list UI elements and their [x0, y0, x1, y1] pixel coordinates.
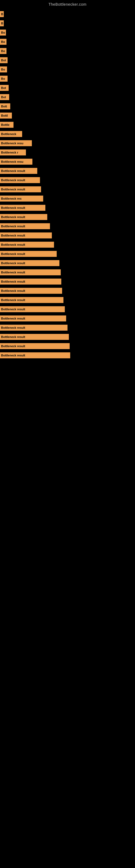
bar-4: Bo [0, 48, 6, 54]
bar-6: Bo [0, 66, 7, 72]
bar-row: Bottleneck result [0, 231, 135, 239]
bar-label-18: Bottleneck result [1, 179, 25, 182]
bar-label-12: Bottle [1, 123, 9, 126]
bar-row: Bottleneck result [0, 324, 135, 332]
bar-row: Bo [0, 66, 135, 73]
bar-label-17: Bottleneck result [1, 169, 25, 173]
bar-label-29: Bottleneck result [1, 280, 25, 283]
bar-34: Bottleneck result [0, 325, 68, 331]
bar-24: Bottleneck result [0, 232, 52, 239]
bar-row: Bottleneck r [0, 149, 135, 156]
bar-label-3: Bo [1, 40, 5, 43]
bar-label-34: Bottleneck result [1, 326, 25, 329]
bar-row: Bottleneck result [0, 287, 135, 294]
bar-19: Bottleneck result [0, 186, 41, 192]
bar-row: Bottleneck result [0, 241, 135, 248]
bar-label-13: Bottleneck [1, 132, 16, 135]
bar-label-31: Bottleneck result [1, 299, 25, 302]
bar-row: Bottleneck res [0, 195, 135, 203]
bar-row: Bottleneck result [0, 269, 135, 276]
bar-7: Bo [0, 76, 8, 82]
bar-row: Bottleneck result [0, 315, 135, 322]
bar-1: B [0, 20, 4, 26]
bar-17: Bottleneck result [0, 168, 37, 174]
bar-label-28: Bottleneck result [1, 271, 25, 274]
bar-label-35: Bottleneck result [1, 335, 25, 339]
bar-row: Bottle [0, 121, 135, 129]
bar-row: Bottleneck resu [0, 140, 135, 147]
bar-label-6: Bo [1, 68, 5, 71]
bar-label-0: B [1, 12, 3, 16]
bar-row: Bottleneck resu [0, 158, 135, 165]
bar-label-25: Bottleneck result [1, 243, 25, 246]
bar-9: Bot [0, 94, 9, 100]
bar-row: B [0, 20, 135, 27]
bar-label-23: Bottleneck result [1, 225, 25, 228]
bar-31: Bottleneck result [0, 297, 63, 303]
bar-label-8: Bot [1, 86, 6, 90]
bar-row: Bottleneck result [0, 278, 135, 285]
bar-row: Bottleneck result [0, 351, 135, 359]
bar-row: Bo [0, 38, 135, 45]
bar-row: Bo [0, 47, 135, 55]
bar-label-21: Bottleneck result [1, 206, 25, 209]
bar-row: Bottl [0, 112, 135, 119]
bar-label-11: Bottl [1, 114, 8, 117]
bar-22: Bottleneck result [0, 214, 47, 220]
bar-row: Bottleneck result [0, 222, 135, 230]
bar-row: Bottleneck result [0, 333, 135, 341]
bar-label-14: Bottleneck resu [1, 142, 24, 145]
bar-29: Bottleneck result [0, 279, 61, 284]
bar-20: Bottleneck res [0, 195, 43, 202]
bar-2: Bo [0, 30, 6, 35]
bar-row: Bo [0, 29, 135, 36]
bar-row: Bottleneck result [0, 213, 135, 221]
bar-27: Bottleneck result [0, 260, 59, 266]
bar-row: Bo [0, 75, 135, 83]
bar-row: Bottleneck result [0, 204, 135, 212]
site-title: TheBottlenecker.com [0, 0, 135, 8]
bar-row: Bottleneck result [0, 259, 135, 267]
bar-label-30: Bottleneck result [1, 289, 25, 292]
bar-row: Bottleneck result [0, 250, 135, 258]
bar-row: Bottleneck result [0, 296, 135, 304]
bar-label-10: Bott [1, 105, 7, 108]
bar-36: Bottleneck result [0, 343, 70, 349]
bar-row: Bottleneck result [0, 167, 135, 175]
bar-row: Bot [0, 84, 135, 92]
bar-label-4: Bo [1, 50, 5, 53]
bar-25: Bottleneck result [0, 242, 54, 248]
bar-label-22: Bottleneck result [1, 215, 25, 219]
bar-26: Bottleneck result [0, 251, 57, 257]
bar-label-19: Bottleneck result [1, 188, 25, 191]
bar-18: Bottleneck result [0, 177, 40, 183]
bar-label-37: Bottleneck result [1, 354, 25, 357]
bar-label-2: Bo [1, 31, 5, 34]
bar-label-9: Bot [1, 95, 6, 99]
bar-row: Bottleneck [0, 130, 135, 138]
bar-5: Bot [0, 57, 8, 63]
bar-row: Bot [0, 93, 135, 101]
bar-row: Bott [0, 102, 135, 110]
bars-container: BBBoBoBoBotBoBoBotBotBottBottlBottleBott… [0, 8, 135, 359]
bar-row: B [0, 10, 135, 18]
bar-3: Bo [0, 39, 6, 45]
bar-row: Bottleneck result [0, 342, 135, 350]
bar-13: Bottleneck [0, 131, 22, 137]
bar-label-20: Bottleneck res [1, 197, 21, 200]
bar-16: Bottleneck resu [0, 159, 32, 165]
bar-label-26: Bottleneck result [1, 252, 25, 255]
bar-row: Bottleneck result [0, 305, 135, 313]
bar-12: Bottle [0, 122, 13, 128]
bar-37: Bottleneck result [0, 352, 70, 358]
bar-label-32: Bottleneck result [1, 308, 25, 311]
bar-32: Bottleneck result [0, 306, 65, 312]
bar-21: Bottleneck result [0, 205, 45, 211]
bar-row: Bot [0, 56, 135, 64]
bar-label-16: Bottleneck resu [1, 160, 24, 163]
bar-label-33: Bottleneck result [1, 317, 25, 320]
bar-label-27: Bottleneck result [1, 261, 25, 265]
bar-30: Bottleneck result [0, 288, 62, 294]
bar-11: Bottl [0, 113, 12, 119]
bar-33: Bottleneck result [0, 315, 66, 321]
